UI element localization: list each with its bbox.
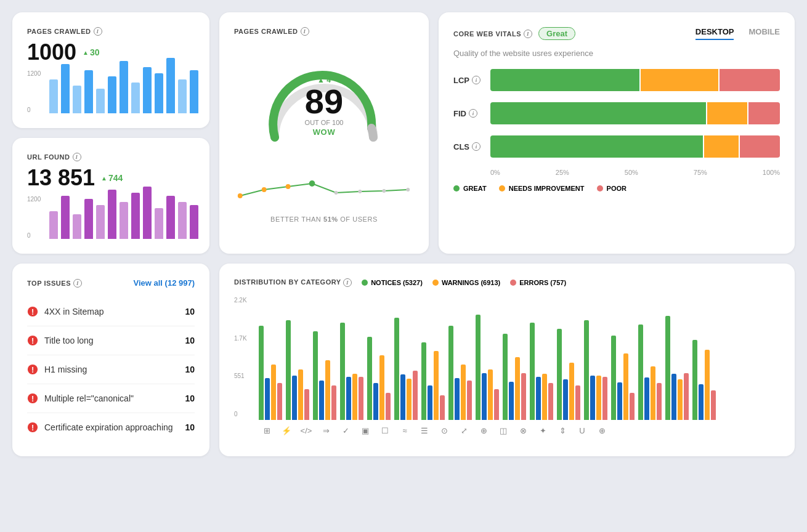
dist-bar-blue [292, 376, 297, 420]
bar [131, 83, 140, 113]
bar [108, 76, 116, 113]
url-found-info-icon[interactable]: i [73, 153, 81, 161]
dist-bar-warnings [434, 351, 439, 421]
bar [178, 79, 187, 113]
top-issues-card: TOP ISSUES i View all (12 997) ! 4XX in … [12, 264, 209, 456]
metric-info-icon[interactable]: i [472, 142, 481, 151]
legend-dot [499, 185, 505, 191]
dist-bar-notices [367, 337, 372, 420]
dist-icon: ⊗ [515, 426, 531, 435]
dist-bar-errors [467, 381, 472, 420]
issue-name: Multiple rel="canonical" [44, 393, 179, 403]
dist-bar-errors [602, 377, 607, 420]
dist-bar-group [692, 340, 716, 420]
url-found-title: URL FOUND i [27, 153, 195, 161]
cwv-info-icon[interactable]: i [524, 30, 532, 38]
dist-bar-blue [265, 378, 270, 420]
dist-bar-group [530, 323, 553, 420]
tab-desktop[interactable]: DESKTOP [695, 27, 734, 40]
bar [73, 214, 81, 239]
pages-crawled-info-icon-1[interactable]: i [94, 27, 102, 36]
dist-bar-notices [638, 324, 643, 420]
bar [49, 79, 58, 113]
svg-point-5 [358, 190, 362, 193]
dist-bar-group [611, 336, 635, 420]
dist-icon: ⊕ [594, 426, 610, 435]
cwv-legend-item: POOR [597, 185, 627, 192]
metric-info-icon[interactable]: i [469, 109, 477, 118]
dist-bar-blue [671, 374, 676, 420]
cwv-header: CORE WEB VITALS i Great DESKTOP MOBILE [453, 27, 780, 40]
bar [120, 202, 128, 239]
dist-bar-blue [373, 383, 378, 420]
svg-point-0 [238, 193, 243, 198]
dist-bar-notices [259, 326, 264, 420]
bar [84, 70, 93, 113]
issue-row: ! Multiple rel="canonical" 10 [27, 384, 195, 413]
issue-count: 10 [185, 336, 195, 345]
view-all-link[interactable]: View all (12 997) [134, 278, 195, 288]
issue-count: 10 [185, 307, 195, 316]
svg-text:!: ! [31, 424, 34, 432]
dist-bars [259, 297, 780, 420]
dist-bar-warnings [407, 379, 412, 421]
dist-icon: ⚡ [278, 426, 294, 435]
dist-legend-dot [432, 280, 439, 286]
dist-icon: ⇒ [318, 426, 334, 435]
legend-dot [597, 185, 603, 191]
gauge-wrapper: ▲ 4 89 OUT OF 100 WOW [262, 42, 386, 165]
metric-info-icon[interactable]: i [472, 76, 481, 84]
dist-legend-dot [510, 280, 516, 286]
dist-info-icon[interactable]: i [343, 278, 352, 287]
dist-bar-warnings [325, 360, 330, 421]
stacked-bar [490, 135, 780, 158]
error-icon: ! [27, 393, 38, 404]
bar [178, 202, 187, 239]
dist-bar-group [286, 320, 309, 420]
dist-bar-notices [421, 342, 426, 420]
bar [190, 70, 198, 113]
dist-bar-warnings [705, 350, 710, 420]
dist-bar-blue [536, 377, 541, 420]
dist-bar-group [557, 329, 580, 420]
bar [131, 193, 140, 239]
issues-info-icon[interactable]: i [73, 279, 82, 288]
issue-count: 10 [185, 393, 195, 403]
dist-icon: ⊙ [436, 426, 452, 435]
bar [166, 196, 175, 239]
bars-area-url [49, 196, 195, 239]
dist-bar-group [421, 342, 445, 420]
dist-icon: U [574, 426, 590, 435]
stacked-bar [490, 102, 780, 124]
gauge-out-of: OUT OF 100 [305, 119, 344, 126]
dist-bar-warnings [488, 369, 493, 421]
bar [49, 211, 58, 239]
dist-bar-errors [521, 373, 526, 420]
issue-count: 10 [185, 422, 195, 432]
dist-icon: ⊕ [476, 426, 492, 435]
bar [143, 67, 152, 113]
dist-icon: ⤢ [456, 426, 472, 435]
dist-bar-notices [286, 320, 291, 420]
dist-bar-warnings [515, 357, 520, 420]
dist-bar-blue [644, 377, 649, 420]
issue-row: ! H1 missing 10 [27, 355, 195, 384]
dist-y-labels: 2.2K1.7K5510 [234, 297, 247, 420]
bar [73, 86, 81, 113]
bar [143, 187, 152, 239]
cwv-metric-label: FID i [453, 109, 490, 118]
svg-point-6 [382, 189, 386, 193]
dist-bar-warnings [461, 365, 466, 420]
legend-label: NEEDS IMPROVEMENT [509, 185, 585, 192]
dist-bar-errors [548, 383, 553, 420]
tab-mobile[interactable]: MOBILE [748, 27, 780, 40]
dist-bar-blue [617, 382, 622, 420]
dist-bar-errors [657, 383, 662, 420]
pages-crawled-gauge-card: PAGES CRAWLED i ▲ 4 89 OUT OF 100 WOW [219, 12, 429, 254]
bar [108, 190, 116, 239]
gauge-info-icon[interactable]: i [301, 27, 309, 36]
issues-list: ! 4XX in Sitemap 10 ! Title too long 10 … [27, 297, 195, 441]
cwv-metric-label: LCP i [453, 76, 490, 85]
bar [120, 61, 128, 113]
cwv-metric-row: LCP i [453, 69, 780, 91]
